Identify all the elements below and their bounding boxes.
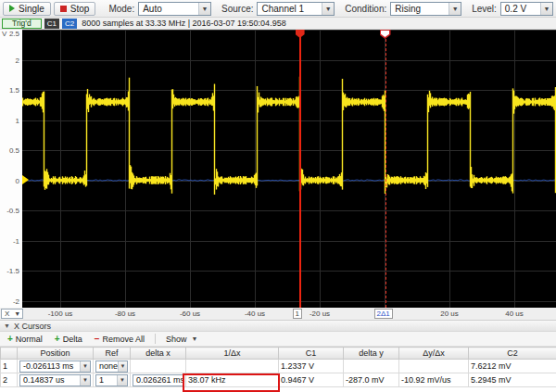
x-tick-label: 20 us: [429, 310, 470, 318]
status-bar: Trig'd C1 C2 8000 samples at 33.33 MHz |…: [0, 18, 556, 30]
toolbar-separator: [155, 334, 156, 344]
add-delta-label: Delta: [63, 335, 82, 344]
chevron-down-icon: ▼: [80, 361, 90, 372]
source-combo[interactable]: Channel 1 ▼: [257, 2, 335, 16]
remove-all-button[interactable]: − Remove All: [89, 333, 150, 346]
cursor1-dy-dx: [399, 360, 469, 373]
cursor1-ref-combo[interactable]: none ▼: [95, 360, 128, 373]
col-header-dy-dx: Δy/Δx: [399, 348, 469, 360]
scope-plot-area: V 2.5 2 1.5 1 0.5 0 -0.5 -1 -1.5 -2 X ▼ …: [0, 30, 556, 320]
x-axis-strip: X ▼ -100 us -80 us -60 us -40 us -20 us …: [0, 308, 556, 320]
chevron-down-icon: ▼: [118, 361, 127, 372]
remove-all-label: Remove All: [103, 335, 145, 344]
cursor1-c1-value: 1.2337 V: [279, 360, 344, 373]
mode-label: Mode:: [108, 4, 134, 14]
level-combo[interactable]: 0.2 V ▼: [500, 2, 553, 16]
stop-icon: [60, 6, 67, 12]
collapse-icon[interactable]: ▼: [4, 322, 10, 329]
plus-icon: +: [55, 335, 60, 343]
col-header-ref: Ref: [94, 348, 131, 360]
x-cursor-2-bottom-flag[interactable]: 2Δ1: [374, 309, 393, 319]
col-header-c1: C1: [279, 348, 344, 360]
stop-button[interactable]: Stop: [54, 2, 96, 16]
chevron-down-icon: ▼: [192, 335, 198, 342]
x-axis-combo[interactable]: X ▼: [1, 309, 23, 319]
condition-label: Condition:: [345, 4, 386, 14]
cursor1-position-combo[interactable]: -0.026113 ms ▼: [19, 360, 91, 373]
x-cursors-header[interactable]: ▼ X Cursors: [0, 320, 556, 332]
x-cursors-panel: ▼ X Cursors + Normal + Delta − Remove Al…: [0, 320, 556, 387]
x-tick-label: -60 us: [170, 310, 210, 318]
chevron-down-icon: ▼: [117, 375, 127, 386]
cursor2-dy-dx: -10.92 mV/us: [399, 373, 469, 387]
cursor1-position-value: -0.026113 ms: [23, 361, 73, 371]
mode-combo[interactable]: Auto ▼: [138, 2, 211, 16]
single-button[interactable]: Single: [3, 2, 51, 16]
main-toolbar: Single Stop Mode: Auto ▼ Source: Channel…: [0, 0, 556, 18]
show-label: Show: [166, 335, 187, 344]
x-cursors-title: X Cursors: [14, 322, 51, 331]
y-tick-label: 0: [0, 177, 19, 185]
col-header-delta-y: delta y: [344, 348, 399, 360]
trigger-status-badge: Trig'd: [2, 19, 42, 29]
source-combo-value: Channel 1: [261, 4, 304, 14]
add-normal-label: Normal: [16, 335, 43, 344]
show-menu-button[interactable]: Show ▼: [160, 333, 203, 346]
condition-combo-value: Rising: [395, 4, 421, 14]
chevron-down-icon: ▼: [14, 310, 20, 317]
cursor-row-2: 2 0.14837 us ▼ 1 ▼ 0.026261 ms 38.07 kHz…: [1, 373, 556, 387]
cursor2-delta-y: -287.0 mV: [344, 373, 399, 387]
x-cursor-1-bottom-flag[interactable]: 1: [293, 309, 302, 319]
channel1-offset-marker[interactable]: [22, 175, 29, 184]
y-tick-label: 2.5: [0, 30, 19, 38]
channel2-badge[interactable]: C2: [62, 19, 77, 29]
plus-icon: +: [7, 335, 13, 343]
col-header-position: Position: [18, 348, 94, 360]
col-header-inv-delta-x: 1/Δx: [186, 348, 279, 360]
channel1-badge[interactable]: C1: [44, 19, 59, 29]
cursor1-index: 1: [1, 360, 18, 373]
cursor-row-1: 1 -0.026113 ms ▼ none ▼ 1.2337 V 7.6212 …: [1, 360, 556, 373]
x-tick-label: 40 us: [494, 310, 535, 318]
scope-window: Single Stop Mode: Auto ▼ Source: Channel…: [0, 0, 556, 392]
single-button-label: Single: [19, 4, 44, 14]
y-tick-label: -1: [0, 237, 19, 246]
cursor2-position-value: 0.14837 us: [23, 375, 65, 385]
chevron-down-icon: ▼: [80, 375, 90, 386]
minus-icon: −: [95, 335, 100, 343]
chevron-down-icon: ▼: [540, 3, 552, 15]
add-normal-cursor-button[interactable]: + Normal: [2, 333, 48, 346]
x-tick-label: -80 us: [105, 310, 145, 318]
waveform-plot[interactable]: [22, 30, 556, 308]
cursor2-ref-combo[interactable]: 1 ▼: [95, 374, 128, 386]
x-tick-label: -40 us: [234, 310, 275, 318]
add-delta-cursor-button[interactable]: + Delta: [49, 333, 88, 346]
x-cursor-1-line[interactable]: [299, 30, 301, 308]
acquisition-status-text: 8000 samples at 33.33 MHz | 2016-03-07 1…: [82, 19, 286, 28]
x-cursors-toolbar: + Normal + Delta − Remove All Show ▼: [0, 332, 556, 347]
cursor2-c1-value: 0.9467 V: [279, 373, 344, 387]
y-tick-label: 1: [0, 117, 19, 125]
col-header-c2: C2: [469, 348, 556, 360]
mode-combo-value: Auto: [143, 4, 162, 14]
col-header-delta-x: delta x: [131, 348, 186, 360]
x-cursor-2-line[interactable]: [385, 30, 386, 308]
cursor1-delta-y: [344, 360, 399, 373]
level-combo-value: 0.2 V: [505, 4, 526, 14]
cursor2-delta-x-field[interactable]: 0.026261 ms: [133, 374, 183, 386]
cursor2-index: 2: [1, 373, 18, 387]
chevron-down-icon: ▼: [449, 3, 461, 15]
cursor1-delta-x: [131, 360, 186, 373]
cursor1-inv-delta-x: [186, 360, 279, 373]
level-label: Level:: [472, 4, 497, 14]
condition-combo[interactable]: Rising ▼: [390, 2, 461, 16]
x-axis-combo-value: X: [5, 310, 9, 318]
cursor2-position-combo[interactable]: 0.14837 us ▼: [19, 374, 91, 386]
x-tick-label: -20 us: [299, 310, 340, 318]
y-tick-label: 2: [0, 57, 19, 65]
y-axis-gutter: V 2.5 2 1.5 1 0.5 0 -0.5 -1 -1.5 -2: [0, 30, 22, 308]
y-tick-label: 0.5: [0, 146, 19, 155]
y-tick-label: -0.5: [0, 207, 19, 215]
y-tick-label: -1.5: [0, 267, 19, 275]
cursor2-ref-value: 1: [99, 375, 104, 385]
